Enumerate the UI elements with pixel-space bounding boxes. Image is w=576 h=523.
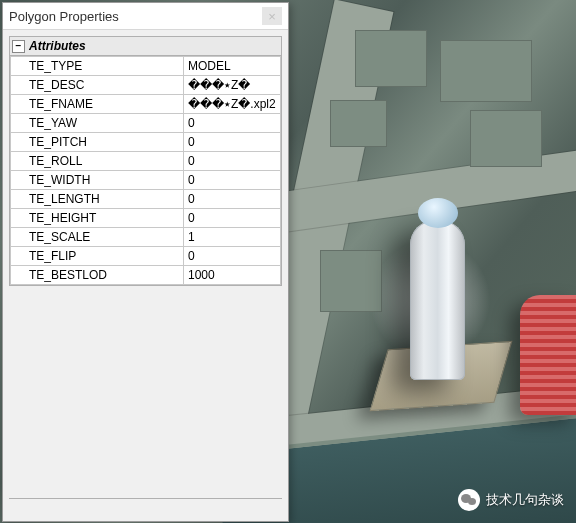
table-row[interactable]: TE_FNAME���٭Z�.xpl2	[11, 95, 281, 114]
attr-value[interactable]: ���٭Z�.xpl2	[184, 95, 281, 114]
table-row[interactable]: TE_YAW0	[11, 114, 281, 133]
group-expander-icon[interactable]: −	[12, 40, 25, 53]
attr-value[interactable]: 0	[184, 171, 281, 190]
wechat-icon	[458, 489, 480, 511]
attr-key: TE_HEIGHT	[11, 209, 184, 228]
attr-value[interactable]: 0	[184, 247, 281, 266]
selected-tower-model[interactable]	[410, 220, 465, 380]
attributes-group-header[interactable]: − Attributes	[10, 37, 281, 56]
table-row[interactable]: TE_TYPEMODEL	[11, 57, 281, 76]
table-row[interactable]: TE_WIDTH0	[11, 171, 281, 190]
attr-value[interactable]: 0	[184, 152, 281, 171]
attributes-group: − Attributes TE_TYPEMODELTE_DESC���٭Z�TE…	[9, 36, 282, 286]
attr-value[interactable]: MODEL	[184, 57, 281, 76]
table-row[interactable]: TE_HEIGHT0	[11, 209, 281, 228]
attr-key: TE_DESC	[11, 76, 184, 95]
attr-key: TE_BESTLOD	[11, 266, 184, 285]
attr-key: TE_FLIP	[11, 247, 184, 266]
table-row[interactable]: TE_BESTLOD1000	[11, 266, 281, 285]
attr-value[interactable]: 0	[184, 190, 281, 209]
table-row[interactable]: TE_FLIP0	[11, 247, 281, 266]
attr-value[interactable]: 1000	[184, 266, 281, 285]
attr-key: TE_WIDTH	[11, 171, 184, 190]
table-row[interactable]: TE_SCALE1	[11, 228, 281, 247]
table-row[interactable]: TE_LENGTH0	[11, 190, 281, 209]
neighbor-building-red-highlight	[520, 295, 576, 415]
table-row[interactable]: TE_DESC���٭Z�	[11, 76, 281, 95]
wechat-watermark: 技术几句杂谈	[458, 489, 564, 511]
attr-key: TE_PITCH	[11, 133, 184, 152]
attr-key: TE_YAW	[11, 114, 184, 133]
attr-value[interactable]: 0	[184, 133, 281, 152]
table-row[interactable]: TE_ROLL0	[11, 152, 281, 171]
panel-titlebar[interactable]: Polygon Properties ×	[3, 3, 288, 30]
panel-title: Polygon Properties	[9, 9, 262, 24]
group-label: Attributes	[29, 39, 86, 53]
attr-value[interactable]: 0	[184, 114, 281, 133]
panel-footer-strip	[9, 498, 282, 517]
attr-key: TE_SCALE	[11, 228, 184, 247]
attributes-table: TE_TYPEMODELTE_DESC���٭Z�TE_FNAME���٭Z�.…	[10, 56, 281, 285]
polygon-properties-panel: Polygon Properties × − Attributes TE_TYP…	[2, 2, 289, 522]
close-button[interactable]: ×	[262, 7, 282, 25]
attr-value[interactable]: 1	[184, 228, 281, 247]
attr-value[interactable]: 0	[184, 209, 281, 228]
attr-key: TE_LENGTH	[11, 190, 184, 209]
watermark-text: 技术几句杂谈	[486, 491, 564, 509]
attr-key: TE_TYPE	[11, 57, 184, 76]
table-row[interactable]: TE_PITCH0	[11, 133, 281, 152]
attr-value[interactable]: ���٭Z�	[184, 76, 281, 95]
attr-key: TE_FNAME	[11, 95, 184, 114]
attr-key: TE_ROLL	[11, 152, 184, 171]
